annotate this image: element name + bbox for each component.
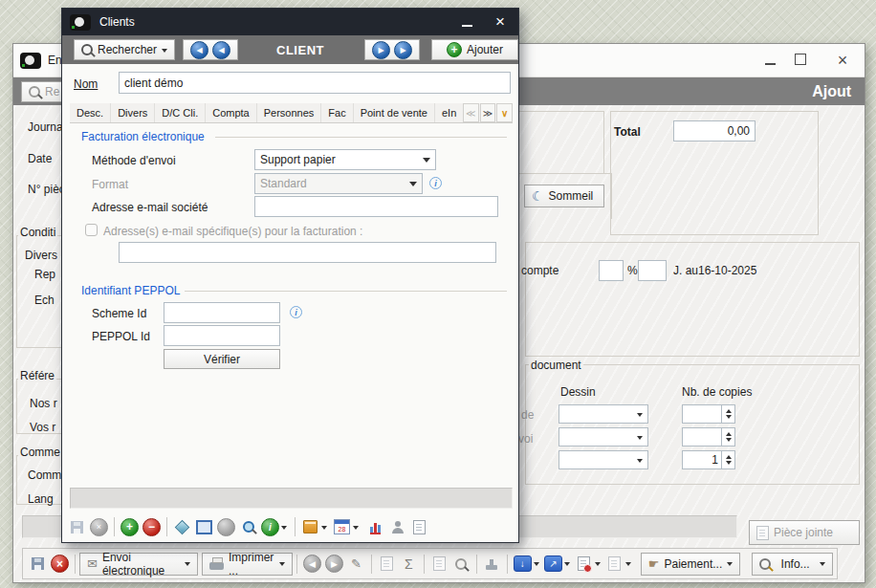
- verifier-button[interactable]: Vérifier: [164, 349, 280, 369]
- sommeil-label: Sommeil: [549, 189, 594, 203]
- zoom-search-button[interactable]: [237, 516, 259, 538]
- stats-button[interactable]: [364, 516, 386, 538]
- escompte-days-field[interactable]: [638, 260, 667, 281]
- nom-input[interactable]: client démo: [119, 72, 511, 94]
- minimize-button[interactable]: [756, 51, 784, 70]
- pencil-icon: ✎: [351, 557, 361, 570]
- clients-toolbar: Rechercher ◀ ◀ CLIENT ▶ ▶ + Ajouter: [62, 35, 518, 64]
- copies-stepper-2[interactable]: [682, 427, 735, 446]
- tab-scroll-left-button[interactable]: ≪: [463, 103, 479, 122]
- imprimer-button[interactable]: Imprimer ...: [202, 553, 293, 576]
- email-specifique-input[interactable]: [119, 242, 496, 263]
- tab-scroll-right-button[interactable]: ≫: [480, 103, 496, 122]
- save-record-button[interactable]: [66, 516, 88, 538]
- tab-point-de-vente[interactable]: Point de vente: [354, 103, 435, 122]
- tab-personnes[interactable]: Personnes: [257, 103, 322, 122]
- record-info-button[interactable]: i: [259, 516, 281, 538]
- key-button[interactable]: [450, 553, 472, 575]
- chevron-down-icon: [637, 413, 643, 420]
- copies-stepper-3[interactable]: 1: [682, 450, 735, 469]
- filter-button[interactable]: [171, 516, 193, 538]
- email-societe-input[interactable]: [254, 196, 498, 217]
- stamp-button[interactable]: [481, 553, 503, 575]
- document-button[interactable]: [376, 553, 398, 575]
- export-button[interactable]: ↗: [542, 553, 564, 575]
- copies-value-1: [683, 405, 721, 423]
- dessin-dropdown-3[interactable]: [558, 450, 648, 469]
- tab-einvoicing[interactable]: eIn: [435, 103, 462, 122]
- report-button[interactable]: [408, 516, 430, 538]
- dessin-dropdown-2[interactable]: [558, 427, 648, 446]
- email-specifique-checkbox[interactable]: [85, 224, 98, 236]
- info-button[interactable]: Info...: [752, 553, 833, 576]
- tab-list-button[interactable]: ∨: [496, 103, 513, 122]
- first-record-icon[interactable]: ◀: [190, 41, 208, 59]
- web-button[interactable]: [215, 516, 237, 538]
- format-info-icon[interactable]: i: [429, 177, 442, 189]
- total-field[interactable]: 0,00: [673, 120, 756, 142]
- copies-stepper-1[interactable]: [682, 404, 735, 424]
- tab-desc[interactable]: Desc.: [70, 103, 111, 122]
- next-record-icon[interactable]: ▶: [372, 41, 390, 59]
- document-plus-icon: [433, 556, 446, 571]
- delete-document-button[interactable]: [573, 553, 595, 575]
- format-dropdown[interactable]: Standard: [254, 173, 423, 194]
- chevron-down-icon[interactable]: [321, 526, 327, 533]
- add-icon: +: [447, 42, 462, 57]
- prev-record-icon[interactable]: ◀: [212, 41, 230, 59]
- piece-jointe-button[interactable]: Pièce jointe: [749, 520, 860, 545]
- tab-dc-cli[interactable]: D/C Cli.: [155, 103, 206, 122]
- chevron-down-icon[interactable]: [564, 562, 570, 569]
- sum-button[interactable]: Σ: [398, 553, 420, 575]
- close-button[interactable]: ×: [828, 51, 857, 70]
- cancel-record-button[interactable]: ×: [88, 516, 110, 538]
- dessin-dropdown-1[interactable]: [558, 404, 648, 424]
- envoi-electronique-button[interactable]: ✉ Envoi électronique: [79, 553, 198, 576]
- add-record-button[interactable]: +: [119, 516, 141, 538]
- dialog-minimize-button[interactable]: [462, 13, 472, 31]
- contact-button[interactable]: [386, 516, 408, 538]
- tab-divers[interactable]: Divers: [111, 103, 155, 122]
- stepper-arrows[interactable]: [721, 405, 734, 423]
- agenda-button[interactable]: 28: [331, 516, 353, 538]
- delete-record-button[interactable]: −: [141, 516, 163, 538]
- prev-record-button[interactable]: ◀: [301, 553, 323, 575]
- maximize-button[interactable]: [786, 51, 815, 70]
- edit-button[interactable]: ✎: [345, 553, 367, 575]
- clients-titlebar: Clients ×: [62, 9, 518, 35]
- escompte-pct-field[interactable]: [599, 260, 624, 281]
- chevron-down-icon[interactable]: [625, 562, 631, 569]
- scheme-info-icon[interactable]: i: [290, 306, 302, 318]
- scheme-id-input[interactable]: [164, 302, 280, 323]
- langue-label: Lang: [28, 492, 54, 506]
- next-record-button[interactable]: ▶: [323, 553, 345, 575]
- stepper-arrows[interactable]: [721, 451, 734, 468]
- chevron-down-icon[interactable]: [595, 562, 601, 569]
- escompte-groupbox: [525, 242, 860, 357]
- nav-first-prev-group: ◀ ◀: [183, 39, 238, 60]
- sommeil-button[interactable]: ☾ Sommeil: [524, 185, 604, 207]
- user-icon: [391, 521, 405, 534]
- save-button[interactable]: [27, 553, 49, 575]
- cancel-button[interactable]: ×: [49, 553, 71, 575]
- methode-envoi-dropdown[interactable]: Support papier: [254, 149, 436, 170]
- archive-button[interactable]: [603, 553, 625, 575]
- tab-fac[interactable]: Fac: [321, 103, 353, 122]
- rechercher-button[interactable]: Rechercher: [74, 39, 175, 60]
- last-record-icon[interactable]: ▶: [394, 41, 412, 59]
- chevron-down-icon[interactable]: [534, 562, 539, 569]
- nom-label[interactable]: Nom: [74, 77, 98, 91]
- jau-label: J. au: [673, 264, 698, 277]
- tab-compta[interactable]: Compta: [206, 103, 257, 122]
- import-button[interactable]: ↓: [512, 553, 534, 575]
- dialog-close-button[interactable]: ×: [495, 12, 505, 32]
- chevron-down-icon[interactable]: [281, 526, 287, 533]
- stepper-arrows[interactable]: [721, 428, 734, 446]
- peppol-id-input[interactable]: [164, 325, 280, 346]
- chevron-down-icon[interactable]: [353, 526, 359, 533]
- copy-document-button[interactable]: [428, 553, 450, 575]
- notes-button[interactable]: [299, 516, 321, 538]
- paiement-button[interactable]: ☛ Paiement...: [641, 553, 740, 576]
- ajouter-button[interactable]: + Ajouter: [431, 39, 518, 60]
- list-view-button[interactable]: [193, 516, 215, 538]
